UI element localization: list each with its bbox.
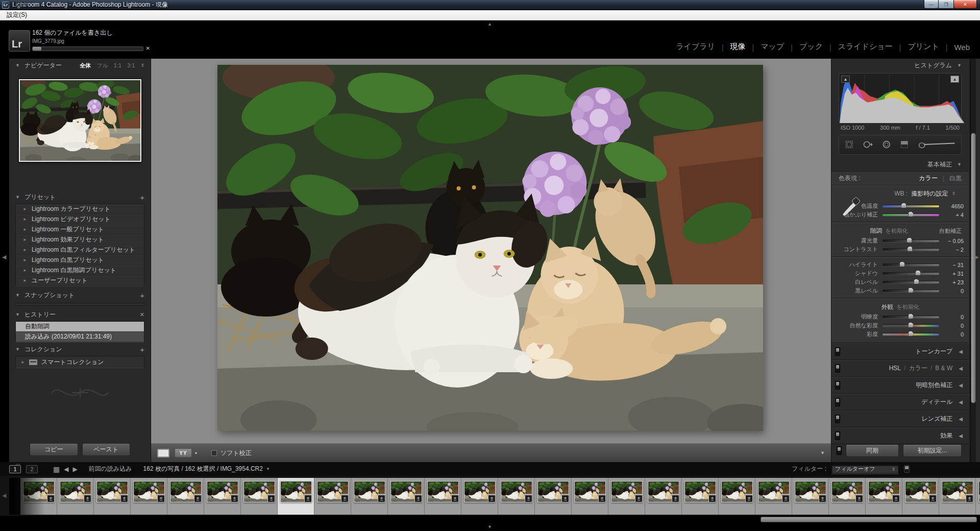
module-tab-3[interactable]: ブック bbox=[797, 42, 825, 52]
histogram[interactable]: ▲ ▲ bbox=[839, 73, 962, 123]
navigator-zoom-0[interactable]: 全体 bbox=[80, 62, 91, 69]
expand-panel-icon[interactable]: ◀ bbox=[959, 349, 963, 354]
source-dropdown-icon[interactable]: ▼ bbox=[266, 467, 270, 471]
preset-item-5[interactable]: ►Lightroom 白黒プリセット bbox=[16, 255, 144, 266]
filmstrip-scroll-left-icon[interactable]: ◀ bbox=[2, 492, 6, 499]
filmstrip-thumbnail-8[interactable]: ± bbox=[314, 478, 351, 515]
add-collection-icon[interactable]: + bbox=[140, 345, 144, 354]
right-panel-collapse-icon[interactable]: ▶ bbox=[975, 254, 979, 260]
shadow-clipping-icon[interactable]: ▲ bbox=[841, 76, 850, 83]
sync-toggle-icon[interactable] bbox=[837, 446, 842, 455]
filmstrip-thumbnail-4[interactable]: ± bbox=[167, 478, 204, 515]
treatment-bw[interactable]: 白黒 bbox=[949, 174, 962, 183]
panel-toggle-icon[interactable] bbox=[835, 381, 840, 390]
adjustment-badge-icon[interactable]: ± bbox=[598, 495, 606, 502]
presence-label[interactable]: 外観 bbox=[881, 303, 893, 311]
preset-item-3[interactable]: ►Lightroom 効果プリセット bbox=[16, 235, 144, 245]
adjustment-badge-icon[interactable]: ± bbox=[892, 495, 900, 502]
adjustment-badge-icon[interactable]: ± bbox=[47, 495, 55, 502]
navigator-zoom-select-icon[interactable]: ⇕ bbox=[140, 63, 144, 68]
filmstrip-thumbnail-10[interactable]: ± bbox=[388, 478, 425, 515]
filmstrip-thumbnail-11[interactable]: ± bbox=[425, 478, 461, 515]
top-panel-collapse-icon[interactable]: ▲ bbox=[487, 21, 492, 27]
before-after-dropdown-icon[interactable]: ▾ bbox=[195, 451, 197, 455]
clear-history-icon[interactable]: ✕ bbox=[140, 311, 144, 318]
wb-select-icon[interactable]: ⇕ bbox=[951, 191, 955, 196]
panel-label-segment[interactable]: カラー bbox=[909, 365, 927, 372]
toolbar-options-dropdown-icon[interactable]: ▼ bbox=[820, 450, 825, 455]
filmstrip-thumbnail-14[interactable]: ± bbox=[535, 478, 572, 515]
panel-header-0[interactable]: トーンカーブ◀ bbox=[831, 343, 969, 360]
before-after-icon[interactable]: YY bbox=[175, 448, 192, 457]
adjustment-badge-icon[interactable]: ± bbox=[194, 495, 202, 502]
filmstrip-thumbnail-16[interactable]: ± bbox=[608, 478, 645, 515]
presence-slider-thumb-0[interactable] bbox=[908, 313, 914, 319]
light-slider-1[interactable] bbox=[883, 273, 939, 275]
wb-value[interactable]: 撮影時の設定 bbox=[911, 189, 948, 198]
wb-slider-thumb-1[interactable] bbox=[908, 211, 914, 217]
navigator-zoom-1[interactable]: フル bbox=[96, 62, 108, 69]
adjustment-badge-icon[interactable]: ± bbox=[819, 495, 826, 502]
filmstrip-thumbnail-15[interactable]: ± bbox=[572, 478, 608, 515]
navigator-zoom-2[interactable]: 1:1 bbox=[114, 62, 121, 68]
filmstrip-thumbnail-20[interactable]: ± bbox=[755, 478, 792, 515]
module-tab-2[interactable]: マップ bbox=[758, 42, 786, 52]
treatment-color[interactable]: カラー bbox=[919, 174, 938, 183]
collections-header[interactable]: ▼ コレクション + bbox=[9, 343, 151, 356]
add-snapshot-icon[interactable]: + bbox=[140, 291, 144, 300]
filmstrip-thumbnail-21[interactable]: ± bbox=[792, 478, 829, 515]
copy-button[interactable]: コピー bbox=[30, 443, 78, 456]
panel-header-3[interactable]: ディテール◀ bbox=[831, 394, 969, 411]
preset-item-4[interactable]: ►Lightroom 白黒フィルタープリセット bbox=[16, 245, 144, 255]
filmstrip-thumbnail-12[interactable]: ± bbox=[461, 478, 498, 515]
panel-toggle-icon[interactable] bbox=[835, 347, 840, 356]
adjustment-badge-icon[interactable]: ± bbox=[231, 495, 238, 502]
preset-item-0[interactable]: ►Lightroom カラープリセット bbox=[16, 204, 144, 214]
expand-panel-icon[interactable]: ◀ bbox=[959, 433, 963, 439]
tone-slider-thumb-1[interactable] bbox=[907, 246, 913, 252]
crop-tool-icon[interactable] bbox=[844, 138, 854, 151]
paste-button[interactable]: ペースト bbox=[82, 443, 131, 456]
adjustment-badge-icon[interactable]: ± bbox=[414, 495, 422, 502]
right-panel-scrollbar[interactable] bbox=[970, 59, 976, 462]
adjustment-badge-icon[interactable]: ± bbox=[966, 495, 973, 502]
light-slider-thumb-3[interactable] bbox=[908, 287, 914, 293]
filmstrip-thumbnail-5[interactable]: ± bbox=[204, 478, 241, 515]
tone-slider-0[interactable] bbox=[883, 240, 939, 242]
presence-slider-thumb-2[interactable] bbox=[908, 331, 914, 336]
filmstrip-scrollbar-thumb[interactable] bbox=[761, 517, 977, 522]
preset-item-6[interactable]: ►Lightroom 白黒階調プリセット bbox=[16, 266, 144, 276]
photo-canvas[interactable] bbox=[217, 65, 763, 431]
previous-photo-icon[interactable]: ◀ bbox=[64, 466, 68, 473]
presence-slider-0[interactable] bbox=[883, 316, 939, 318]
filmstrip-scrollbar[interactable] bbox=[0, 516, 980, 524]
filmstrip-thumbnail-9[interactable]: ± bbox=[351, 478, 388, 515]
loupe-view-icon[interactable] bbox=[157, 449, 169, 457]
filmstrip-thumbnail-13[interactable]: ± bbox=[498, 478, 535, 515]
module-tab-5[interactable]: プリント bbox=[905, 42, 941, 52]
navigator-header[interactable]: ▼ ナビゲーター 全体フル1:13:1⇕ bbox=[9, 59, 151, 72]
history-item-1[interactable]: 読み込み (2012/09/01 21:31:49) bbox=[16, 332, 144, 342]
presence-slider-thumb-1[interactable] bbox=[908, 322, 914, 328]
adjustment-badge-icon[interactable]: ± bbox=[745, 495, 753, 502]
tone-label[interactable]: 階調 bbox=[870, 227, 882, 235]
presence-slider-2[interactable] bbox=[883, 333, 939, 335]
preset-item-7[interactable]: ►ユーザープリセット bbox=[16, 276, 144, 286]
expand-panel-icon[interactable]: ◀ bbox=[959, 416, 963, 422]
filmstrip-thumbnail-25[interactable]: ± bbox=[939, 478, 976, 515]
adjustment-badge-icon[interactable]: ± bbox=[120, 495, 128, 502]
white-balance-eyedropper-icon[interactable] bbox=[840, 193, 861, 219]
adjustment-badge-icon[interactable]: ± bbox=[341, 495, 349, 502]
reset-button[interactable]: 初期設定... bbox=[903, 444, 962, 457]
history-item-0[interactable]: 自動階調 bbox=[16, 322, 144, 332]
panel-toggle-icon[interactable] bbox=[835, 431, 840, 440]
light-slider-thumb-1[interactable] bbox=[915, 270, 921, 276]
filmstrip-thumbnail-18[interactable]: ± bbox=[682, 478, 719, 515]
filmstrip-thumbnail-7[interactable]: ± bbox=[278, 478, 314, 515]
left-panel-collapse-icon[interactable]: ◀ bbox=[2, 254, 6, 260]
adjustment-badge-icon[interactable]: ± bbox=[635, 495, 643, 502]
add-preset-icon[interactable]: + bbox=[140, 193, 144, 202]
snapshots-header[interactable]: ▼ スナップショット + bbox=[9, 288, 151, 302]
history-header[interactable]: ▼ ヒストリー ✕ bbox=[9, 308, 151, 321]
adjustment-badge-icon[interactable]: ± bbox=[525, 495, 532, 502]
